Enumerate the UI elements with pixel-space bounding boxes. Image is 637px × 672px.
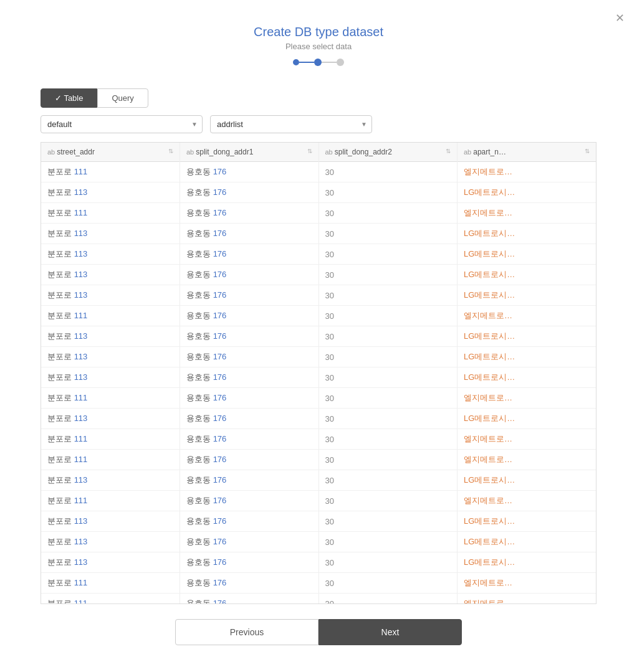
step-2-dot xyxy=(314,59,322,66)
table-cell: 엘지메트로… xyxy=(457,388,596,409)
table-cell: 용호동 176 xyxy=(180,594,319,604)
table-cell: 분포로 111 xyxy=(41,450,180,470)
table-cell: 30 xyxy=(318,429,457,450)
table-cell: 용호동 176 xyxy=(180,265,319,285)
tab-query[interactable]: Query xyxy=(97,88,148,108)
table-body: 분포로 111용호동 17630엘지메트로…분포로 113용호동 17630LG… xyxy=(41,162,596,604)
table-cell: LG메트로시… xyxy=(457,224,596,244)
table-row: 분포로 113용호동 17630LG메트로시… xyxy=(41,265,596,285)
step-line-1 xyxy=(299,62,314,63)
table-row: 분포로 113용호동 17630LG메트로시… xyxy=(41,285,596,306)
table-cell: 분포로 111 xyxy=(41,573,180,594)
table-cell: 용호동 176 xyxy=(180,429,319,450)
table-cell: 용호동 176 xyxy=(180,552,319,573)
table-cell: 분포로 111 xyxy=(41,491,180,511)
table-cell: 용호동 176 xyxy=(180,244,319,265)
tab-table[interactable]: ✓ Table xyxy=(41,88,97,108)
table-cell: 용호동 176 xyxy=(180,573,319,594)
table-cell: 엘지메트로… xyxy=(457,594,596,604)
col-street-addr[interactable]: abstreet_addr ⇅ xyxy=(41,143,180,162)
table-cell: LG메트로시… xyxy=(457,244,596,265)
table-cell: 30 xyxy=(318,409,457,429)
table-select[interactable]: addrlist xyxy=(210,115,372,133)
table-cell: 30 xyxy=(318,306,457,326)
table-cell: 분포로 111 xyxy=(41,429,180,450)
table-cell: 분포로 111 xyxy=(41,306,180,326)
table-cell: 분포로 111 xyxy=(41,203,180,224)
table-cell: 분포로 113 xyxy=(41,326,180,347)
step-1-dot xyxy=(293,59,299,65)
table-cell: 용호동 176 xyxy=(180,285,319,306)
table-header-row: abstreet_addr ⇅ absplit_dong_addr1 ⇅ abs… xyxy=(41,143,596,162)
table-cell: 30 xyxy=(318,162,457,182)
table-cell: 용호동 176 xyxy=(180,203,319,224)
table-row: 분포로 111용호동 17630엘지메트로… xyxy=(41,162,596,182)
table-cell: 분포로 113 xyxy=(41,224,180,244)
table-cell: 분포로 113 xyxy=(41,265,180,285)
next-button[interactable]: Next xyxy=(318,619,462,645)
table-cell: 30 xyxy=(318,573,457,594)
table-row: 분포로 111용호동 17630엘지메트로… xyxy=(41,429,596,450)
table-row: 분포로 111용호동 17630엘지메트로… xyxy=(41,491,596,511)
table-cell: 엘지메트로… xyxy=(457,491,596,511)
table-cell: 분포로 113 xyxy=(41,285,180,306)
table-cell: LG메트로시… xyxy=(457,347,596,367)
schema-select[interactable]: default xyxy=(41,115,203,133)
sort-icon-dong1: ⇅ xyxy=(307,148,312,154)
table-row: 분포로 113용호동 17630LG메트로시… xyxy=(41,532,596,552)
table-cell: 30 xyxy=(318,367,457,388)
table-row: 분포로 111용호동 17630엘지메트로… xyxy=(41,450,596,470)
col-apart-n[interactable]: abapart_n… ⇅ xyxy=(457,143,596,162)
table-cell: 엘지메트로… xyxy=(457,573,596,594)
dialog-subtitle: Please select data xyxy=(0,42,637,51)
table-cell: 30 xyxy=(318,347,457,367)
close-button[interactable]: ✕ xyxy=(615,12,625,24)
table-cell: 30 xyxy=(318,450,457,470)
step-3-dot xyxy=(337,59,344,66)
table-row: 분포로 113용호동 17630LG메트로시… xyxy=(41,552,596,573)
table-cell: 엘지메트로… xyxy=(457,306,596,326)
data-table-container: abstreet_addr ⇅ absplit_dong_addr1 ⇅ abs… xyxy=(41,142,596,604)
stepper xyxy=(0,59,637,66)
table-cell: 분포로 113 xyxy=(41,367,180,388)
previous-button[interactable]: Previous xyxy=(175,619,318,645)
table-row: 분포로 113용호동 17630LG메트로시… xyxy=(41,347,596,367)
dialog-header: Create DB type dataset Please select dat… xyxy=(0,0,637,76)
table-cell: LG메트로시… xyxy=(457,511,596,532)
table-row: 분포로 113용호동 17630LG메트로시… xyxy=(41,244,596,265)
table-cell: LG메트로시… xyxy=(457,552,596,573)
table-cell: 분포로 113 xyxy=(41,532,180,552)
table-cell: 30 xyxy=(318,532,457,552)
table-cell: LG메트로시… xyxy=(457,532,596,552)
table-cell: 30 xyxy=(318,552,457,573)
step-line-2 xyxy=(322,62,337,63)
table-row: 분포로 111용호동 17630엘지메트로… xyxy=(41,306,596,326)
table-cell: 30 xyxy=(318,224,457,244)
table-row: 분포로 113용호동 17630LG메트로시… xyxy=(41,367,596,388)
table-row: 분포로 113용호동 17630LG메트로시… xyxy=(41,224,596,244)
table-cell: 용호동 176 xyxy=(180,182,319,203)
table-cell: 용호동 176 xyxy=(180,450,319,470)
table-cell: 용호동 176 xyxy=(180,511,319,532)
table-cell: 분포로 111 xyxy=(41,388,180,409)
table-cell: LG메트로시… xyxy=(457,285,596,306)
col-split-dong-addr1[interactable]: absplit_dong_addr1 ⇅ xyxy=(180,143,319,162)
table-cell: LG메트로시… xyxy=(457,470,596,491)
sort-icon-dong2: ⇅ xyxy=(446,148,451,154)
table-cell: 30 xyxy=(318,244,457,265)
table-cell: 30 xyxy=(318,265,457,285)
table-cell: 30 xyxy=(318,470,457,491)
table-row: 분포로 111용호동 17630엘지메트로… xyxy=(41,388,596,409)
table-cell: 용호동 176 xyxy=(180,470,319,491)
table-cell: 30 xyxy=(318,388,457,409)
table-row: 분포로 113용호동 17630LG메트로시… xyxy=(41,182,596,203)
col-split-dong-addr2[interactable]: absplit_dong_addr2 ⇅ xyxy=(318,143,457,162)
table-cell: 분포로 113 xyxy=(41,470,180,491)
data-table: abstreet_addr ⇅ absplit_dong_addr1 ⇅ abs… xyxy=(41,143,596,603)
table-cell: 30 xyxy=(318,203,457,224)
table-row: 분포로 113용호동 17630LG메트로시… xyxy=(41,511,596,532)
sort-icon-street: ⇅ xyxy=(168,148,173,154)
table-cell: 분포로 111 xyxy=(41,162,180,182)
table-wrapper[interactable]: abstreet_addr ⇅ absplit_dong_addr1 ⇅ abs… xyxy=(41,143,596,603)
table-cell: 엘지메트로… xyxy=(457,203,596,224)
